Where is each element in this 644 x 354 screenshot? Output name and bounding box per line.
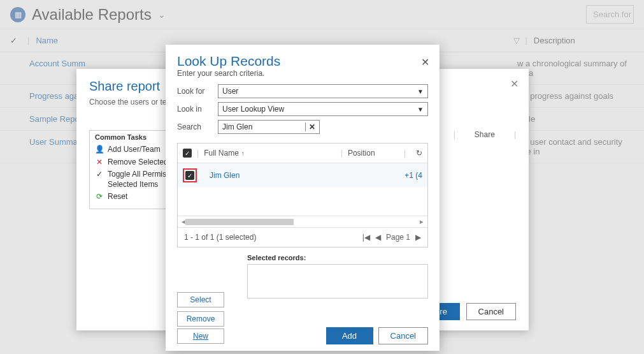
remove-button[interactable]: Remove — [177, 311, 224, 327]
next-page-icon[interactable]: ▶ — [415, 233, 421, 242]
look-in-value: User Lookup View — [222, 105, 284, 114]
selected-records-box[interactable] — [247, 264, 428, 299]
row-checkbox[interactable]: ✓ — [185, 171, 194, 180]
column-position[interactable]: Position — [348, 149, 399, 158]
lookup-bottom-row: New Add Cancel — [177, 327, 428, 344]
column-divider: | — [341, 149, 343, 158]
prev-page-icon[interactable]: ◀ — [375, 233, 381, 242]
caret-down-icon: ▼ — [417, 106, 424, 113]
look-in-label: Look in — [177, 105, 218, 114]
look-for-select[interactable]: User ▼ — [218, 84, 428, 98]
results-grid: ✓ | Full Name ↑ | Position | ↻ ✓ Jim Gle… — [177, 143, 428, 247]
horizontal-scrollbar[interactable]: ◂ ▸ — [178, 216, 427, 227]
scroll-thumb[interactable] — [185, 219, 294, 225]
pager-status: 1 - 1 of 1 (1 selected) — [184, 233, 362, 242]
search-row: Search Jim Glen ✕ — [177, 120, 428, 134]
clear-search-icon[interactable]: ✕ — [305, 122, 315, 131]
refresh-icon[interactable]: ↻ — [416, 149, 422, 158]
task-label: Reset — [108, 192, 127, 202]
pager-buttons: |◀ ◀ Page 1 ▶ — [362, 233, 421, 242]
scroll-right-icon[interactable]: ▸ — [420, 218, 424, 226]
search-label: Search — [177, 122, 218, 131]
column-share: Share — [475, 130, 495, 139]
select-all-checkbox[interactable]: ✓ — [183, 149, 192, 158]
add-user-icon: 👤 — [95, 145, 104, 155]
cancel-button[interactable]: Cancel — [466, 303, 516, 320]
task-label: Add User/Team — [108, 145, 161, 155]
selected-records-label: Selected records: — [247, 254, 428, 262]
pager: 1 - 1 of 1 (1 selected) |◀ ◀ Page 1 ▶ — [178, 227, 427, 247]
add-button[interactable]: Add — [326, 327, 373, 344]
column-fullname[interactable]: Full Name ↑ — [204, 149, 336, 158]
cancel-button[interactable]: Cancel — [378, 327, 428, 344]
caret-down-icon: ▼ — [417, 88, 424, 95]
results-header: ✓ | Full Name ↑ | Position | ↻ — [178, 144, 427, 163]
look-for-row: Look for User ▼ — [177, 84, 428, 98]
look-in-row: Look in User Lookup View ▼ — [177, 102, 428, 116]
result-extra: +1 (4 — [404, 171, 422, 180]
row-checkbox-highlight: ✓ — [183, 168, 197, 182]
lookup-subtitle: Enter your search criteria. — [177, 69, 428, 78]
column-divider: | — [404, 149, 406, 158]
close-icon[interactable]: ✕ — [421, 56, 429, 68]
close-icon[interactable]: ✕ — [510, 78, 519, 90]
page-label: Page 1 — [386, 233, 410, 242]
column-divider: | — [197, 149, 199, 158]
result-name[interactable]: Jim Glen — [210, 171, 404, 180]
first-page-icon[interactable]: |◀ — [362, 233, 370, 242]
look-for-label: Look for — [177, 87, 218, 96]
sort-asc-icon: ↑ — [241, 150, 245, 157]
results-body: ✓ Jim Glen +1 (4 — [178, 163, 427, 216]
reset-icon: ⟳ — [95, 192, 104, 202]
lookup-title: Look Up Records — [177, 54, 428, 69]
select-remove-buttons: Select Remove — [177, 292, 224, 327]
column-fullname-label: Full Name — [204, 149, 239, 158]
look-for-value: User — [222, 87, 238, 96]
check-icon: ✓ — [95, 170, 104, 180]
search-value: Jim Glen — [222, 122, 302, 131]
column-divider: | — [454, 130, 455, 139]
lookup-records-dialog: ✕ Look Up Records Enter your search crit… — [166, 45, 440, 351]
search-input[interactable]: Jim Glen ✕ — [218, 120, 320, 134]
look-in-select[interactable]: User Lookup View ▼ — [218, 102, 428, 116]
result-row[interactable]: ✓ Jim Glen +1 (4 — [178, 163, 427, 188]
column-divider: | — [514, 130, 516, 139]
new-button[interactable]: New — [177, 328, 224, 344]
select-button[interactable]: Select — [177, 292, 224, 307]
remove-icon: ✕ — [95, 158, 104, 168]
